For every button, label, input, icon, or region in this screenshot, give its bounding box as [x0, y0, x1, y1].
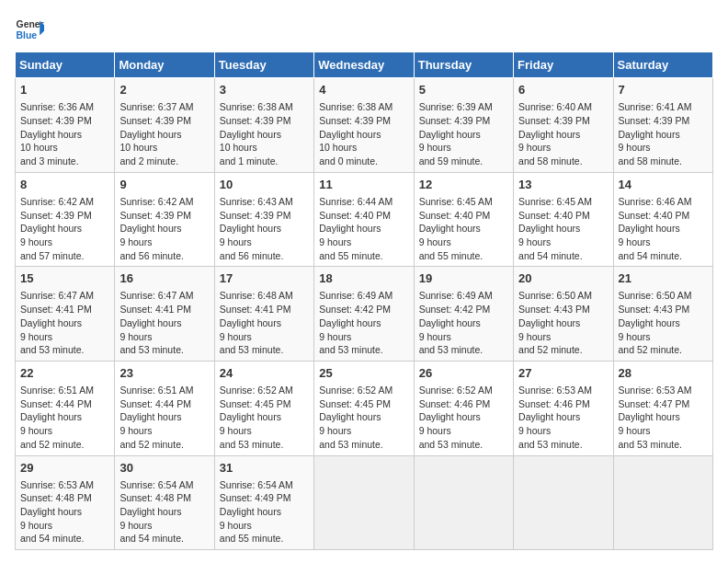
daylight-minutes-value: and 58 minute.	[518, 155, 582, 167]
calendar-cell: 10Sunrise: 6:43 AMSunset: 4:39 PMDayligh…	[214, 172, 313, 267]
daylight-minutes-value: and 54 minute.	[20, 533, 84, 544]
daylight-hours-label: Daylight hours	[619, 317, 680, 328]
sunset-info: Sunset: 4:40 PM	[319, 210, 391, 221]
calendar-cell: 11Sunrise: 6:44 AMSunset: 4:40 PMDayligh…	[314, 172, 414, 267]
day-number: 15	[20, 270, 109, 287]
daylight-hours-value: 9 hours	[518, 425, 551, 436]
calendar-header-row: SundayMondayTuesdayWednesdayThursdayFrid…	[16, 52, 713, 78]
daylight-minutes-value: and 55 minute.	[319, 250, 382, 261]
daylight-hours-label: Daylight hours	[119, 506, 181, 517]
daylight-hours-value: 9 hours	[419, 142, 451, 153]
logo: General Blue	[15, 15, 44, 44]
daylight-hours-value: 9 hours	[119, 236, 152, 247]
daylight-hours-value: 9 hours	[419, 331, 451, 342]
daylight-minutes-value: and 57 minute.	[20, 250, 84, 261]
calendar-header-wednesday: Wednesday	[314, 52, 414, 78]
sunrise-info: Sunrise: 6:54 AM	[220, 479, 293, 490]
calendar-cell: 2Sunrise: 6:37 AMSunset: 4:39 PMDaylight…	[115, 78, 214, 173]
daylight-minutes-value: and 58 minute.	[619, 155, 682, 167]
sunrise-info: Sunrise: 6:47 AM	[119, 290, 193, 301]
sunrise-info: Sunrise: 6:50 AM	[518, 290, 592, 301]
daylight-hours-label: Daylight hours	[319, 223, 381, 234]
calendar-week-5: 29Sunrise: 6:53 AMSunset: 4:48 PMDayligh…	[16, 455, 713, 550]
daylight-hours-value: 9 hours	[20, 520, 52, 531]
daylight-minutes-value: and 53 minute.	[319, 439, 382, 450]
daylight-hours-value: 9 hours	[20, 425, 52, 436]
daylight-hours-label: Daylight hours	[119, 411, 181, 422]
sunset-info: Sunset: 4:39 PM	[319, 115, 391, 126]
day-number: 29	[20, 460, 109, 477]
day-number: 25	[319, 365, 408, 382]
daylight-minutes-value: and 1 minute.	[220, 155, 279, 167]
sunset-info: Sunset: 4:40 PM	[619, 210, 690, 221]
day-number: 5	[419, 82, 508, 98]
sunset-info: Sunset: 4:40 PM	[518, 210, 590, 221]
daylight-minutes-value: and 54 minute.	[619, 250, 682, 261]
daylight-hours-label: Daylight hours	[220, 223, 281, 234]
sunset-info: Sunset: 4:46 PM	[518, 398, 590, 409]
sunset-info: Sunset: 4:44 PM	[20, 398, 92, 409]
daylight-hours-value: 9 hours	[619, 425, 651, 436]
daylight-hours-label: Daylight hours	[220, 506, 281, 517]
sunrise-info: Sunrise: 6:45 AM	[419, 196, 493, 207]
day-number: 1	[20, 82, 109, 98]
daylight-minutes-value: and 52 minute.	[619, 344, 682, 355]
daylight-hours-label: Daylight hours	[20, 411, 82, 422]
daylight-hours-label: Daylight hours	[319, 411, 381, 422]
daylight-minutes-value: and 52 minute.	[20, 439, 84, 450]
calendar-cell: 6Sunrise: 6:40 AMSunset: 4:39 PMDaylight…	[514, 78, 613, 173]
daylight-hours-label: Daylight hours	[20, 317, 82, 328]
day-number: 4	[319, 82, 408, 98]
day-number: 22	[20, 365, 109, 382]
daylight-hours-value: 9 hours	[518, 236, 551, 247]
daylight-hours-value: 9 hours	[119, 331, 152, 342]
calendar-week-2: 8Sunrise: 6:42 AMSunset: 4:39 PMDaylight…	[16, 172, 713, 267]
daylight-hours-value: 9 hours	[220, 520, 252, 531]
day-number: 13	[518, 177, 608, 193]
sunrise-info: Sunrise: 6:46 AM	[619, 196, 692, 207]
daylight-minutes-value: and 52 minute.	[119, 439, 183, 450]
sunset-info: Sunset: 4:39 PM	[220, 210, 291, 221]
daylight-hours-label: Daylight hours	[419, 129, 481, 140]
calendar-cell: 1Sunrise: 6:36 AMSunset: 4:39 PMDaylight…	[16, 78, 115, 173]
logo-icon: General Blue	[15, 15, 44, 44]
daylight-hours-value: 9 hours	[319, 331, 351, 342]
daylight-minutes-value: and 53 minute.	[319, 344, 382, 355]
day-number: 14	[619, 177, 708, 193]
sunset-info: Sunset: 4:41 PM	[119, 304, 191, 315]
calendar-cell: 18Sunrise: 6:49 AMSunset: 4:42 PMDayligh…	[314, 267, 414, 362]
sunrise-info: Sunrise: 6:38 AM	[319, 101, 392, 112]
day-number: 28	[619, 365, 708, 382]
daylight-minutes-value: and 3 minute.	[20, 155, 79, 167]
daylight-hours-label: Daylight hours	[419, 411, 481, 422]
daylight-hours-label: Daylight hours	[619, 129, 680, 140]
sunrise-info: Sunrise: 6:40 AM	[518, 101, 592, 112]
day-number: 21	[619, 270, 708, 287]
daylight-hours-label: Daylight hours	[20, 129, 82, 140]
calendar-body: 1Sunrise: 6:36 AMSunset: 4:39 PMDaylight…	[16, 78, 713, 550]
daylight-minutes-value: and 53 minute.	[20, 344, 84, 355]
daylight-hours-label: Daylight hours	[419, 223, 481, 234]
calendar-cell: 30Sunrise: 6:54 AMSunset: 4:48 PMDayligh…	[115, 455, 214, 550]
sunset-info: Sunset: 4:42 PM	[319, 304, 391, 315]
calendar-week-1: 1Sunrise: 6:36 AMSunset: 4:39 PMDaylight…	[16, 78, 713, 173]
sunset-info: Sunset: 4:41 PM	[20, 304, 92, 315]
daylight-hours-label: Daylight hours	[220, 317, 281, 328]
sunset-info: Sunset: 4:45 PM	[220, 398, 291, 409]
daylight-minutes-value: and 56 minute.	[220, 250, 283, 261]
daylight-hours-value: 9 hours	[220, 331, 252, 342]
calendar-cell: 22Sunrise: 6:51 AMSunset: 4:44 PMDayligh…	[16, 361, 115, 455]
sunrise-info: Sunrise: 6:36 AM	[20, 101, 94, 112]
sunrise-info: Sunrise: 6:52 AM	[319, 385, 392, 396]
daylight-hours-label: Daylight hours	[619, 223, 680, 234]
daylight-hours-value: 9 hours	[619, 142, 651, 153]
daylight-hours-label: Daylight hours	[319, 129, 381, 140]
sunset-info: Sunset: 4:39 PM	[119, 210, 191, 221]
sunset-info: Sunset: 4:45 PM	[319, 398, 391, 409]
calendar-cell	[514, 455, 613, 550]
daylight-hours-value: 9 hours	[20, 236, 52, 247]
calendar-header-sunday: Sunday	[16, 52, 115, 78]
day-number: 8	[20, 177, 109, 193]
calendar-table: SundayMondayTuesdayWednesdayThursdayFrid…	[15, 52, 713, 550]
daylight-hours-value: 9 hours	[119, 425, 152, 436]
